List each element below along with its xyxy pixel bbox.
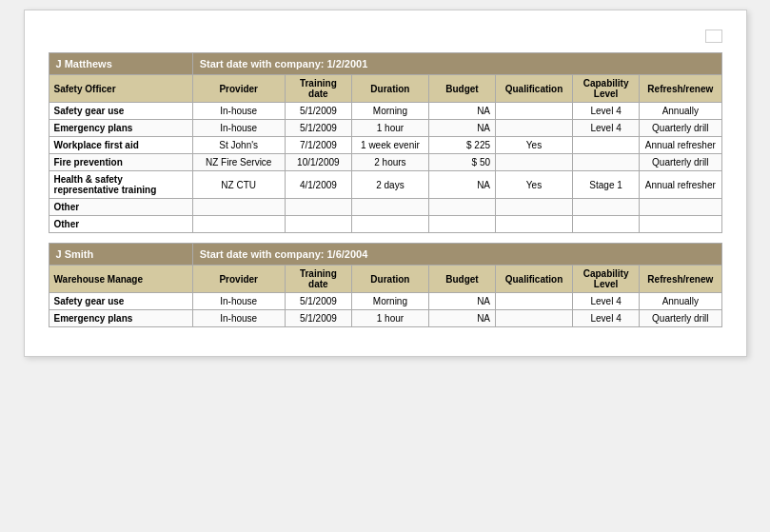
training-duration: 1 hour	[351, 120, 428, 137]
training-refresh: Annual refresher	[640, 171, 721, 199]
page: J Matthews Start date with company: 1/2/…	[24, 10, 747, 357]
training-date: 5/1/2009	[285, 310, 351, 327]
col-provider: Provider	[192, 266, 285, 293]
training-qualification: Yes	[496, 137, 573, 154]
col-budget: Budget	[428, 75, 495, 103]
col-header-1: Warehouse Manage Provider Training date …	[49, 266, 721, 293]
training-date	[285, 216, 351, 233]
training-refresh: Annual refresher	[640, 137, 721, 154]
training-budget: NA	[428, 120, 495, 137]
training-qualification	[496, 216, 573, 233]
training-provider: NZ CTU	[192, 171, 285, 199]
training-date: 10/1/2009	[285, 154, 351, 171]
training-refresh	[640, 199, 721, 216]
training-name: Other	[49, 199, 192, 216]
training-budget	[428, 216, 495, 233]
training-provider: In-house	[192, 120, 285, 137]
col-refresh: Refresh/renew	[640, 266, 721, 293]
training-duration: 2 days	[351, 171, 428, 199]
training-date: 7/1/2009	[285, 137, 351, 154]
col-capability: Capability Level	[573, 266, 640, 293]
training-date: 5/1/2009	[285, 120, 351, 137]
training-budget: $ 225	[428, 137, 495, 154]
col-provider: Provider	[192, 75, 285, 103]
training-name: Emergency plans	[49, 310, 192, 327]
col-qualification: Qualification	[496, 75, 573, 103]
training-duration: 1 hour	[351, 310, 428, 327]
training-capability	[573, 199, 640, 216]
col-duration: Duration	[351, 75, 428, 103]
training-qualification	[496, 120, 573, 137]
training-name: Health & safety representative training	[49, 171, 192, 199]
training-refresh	[640, 216, 721, 233]
training-duration: 2 hours	[351, 154, 428, 171]
training-refresh: Quarterly drill	[640, 120, 721, 137]
col-training-date: Training date	[285, 266, 351, 293]
training-duration	[351, 199, 428, 216]
col-refresh: Refresh/renew	[640, 75, 721, 103]
training-provider: In-house	[192, 103, 285, 120]
training-provider	[192, 216, 285, 233]
table-row: Safety gear use In-house 5/1/2009 Mornin…	[49, 293, 721, 310]
training-capability: Stage 1	[573, 171, 640, 199]
training-qualification	[496, 199, 573, 216]
training-budget: NA	[428, 171, 495, 199]
employee-header-1: J Smith Start date with company: 1/6/200…	[49, 244, 721, 266]
training-refresh: Quarterly drill	[640, 310, 721, 327]
register-table-1: J Matthews Start date with company: 1/2/…	[49, 52, 722, 233]
training-name: Fire prevention	[49, 154, 192, 171]
table-row: Other	[49, 199, 721, 216]
employee-header-0: J Matthews Start date with company: 1/2/…	[49, 53, 721, 75]
col-capability: Capability Level	[573, 75, 640, 103]
training-budget: NA	[428, 103, 495, 120]
training-budget: NA	[428, 293, 495, 310]
training-capability: Level 4	[573, 310, 640, 327]
training-date	[285, 199, 351, 216]
employee-start-date: Start date with company: 1/2/2001	[192, 53, 721, 75]
training-budget: NA	[428, 310, 495, 327]
col-budget: Budget	[428, 266, 495, 293]
col-duration: Duration	[351, 266, 428, 293]
training-qualification	[496, 154, 573, 171]
training-budget: $ 50	[428, 154, 495, 171]
training-qualification	[496, 103, 573, 120]
training-qualification	[496, 293, 573, 310]
employee-name: J Matthews	[49, 53, 192, 75]
table-row: Emergency plans In-house 5/1/2009 1 hour…	[49, 310, 721, 327]
training-date: 5/1/2009	[285, 293, 351, 310]
training-provider: NZ Fire Service	[192, 154, 285, 171]
training-name: Workplace first aid	[49, 137, 192, 154]
register-table-2: J Smith Start date with company: 1/6/200…	[49, 243, 722, 327]
col-qualification: Qualification	[496, 266, 573, 293]
training-capability: Level 4	[573, 120, 640, 137]
training-qualification: Yes	[496, 171, 573, 199]
table-row: Emergency plans In-house 5/1/2009 1 hour…	[49, 120, 721, 137]
training-refresh: Quarterly drill	[640, 154, 721, 171]
training-capability: Level 4	[573, 103, 640, 120]
table-row: Other	[49, 216, 721, 233]
table-row: Health & safety representative training …	[49, 171, 721, 199]
training-capability: Level 4	[573, 293, 640, 310]
employee-name: J Smith	[49, 244, 192, 266]
col-role: Safety Officer	[49, 75, 192, 103]
training-name: Emergency plans	[49, 120, 192, 137]
table-row: Workplace first aid St John's 7/1/2009 1…	[49, 137, 721, 154]
training-provider: In-house	[192, 310, 285, 327]
training-capability	[573, 154, 640, 171]
table-row: Fire prevention NZ Fire Service 10/1/200…	[49, 154, 721, 171]
training-name: Safety gear use	[49, 293, 192, 310]
col-header-0: Safety Officer Provider Training date Du…	[49, 75, 721, 103]
training-date: 5/1/2009	[285, 103, 351, 120]
training-qualification	[496, 310, 573, 327]
training-provider: In-house	[192, 293, 285, 310]
training-name: Safety gear use	[49, 103, 192, 120]
training-capability	[573, 216, 640, 233]
training-name: Other	[49, 216, 192, 233]
table-row: Safety gear use In-house 5/1/2009 Mornin…	[49, 103, 721, 120]
training-duration: Morning	[351, 293, 428, 310]
info-box	[705, 30, 722, 43]
training-duration: Morning	[351, 103, 428, 120]
training-provider: St John's	[192, 137, 285, 154]
training-date: 4/1/2009	[285, 171, 351, 199]
top-section	[49, 30, 722, 43]
